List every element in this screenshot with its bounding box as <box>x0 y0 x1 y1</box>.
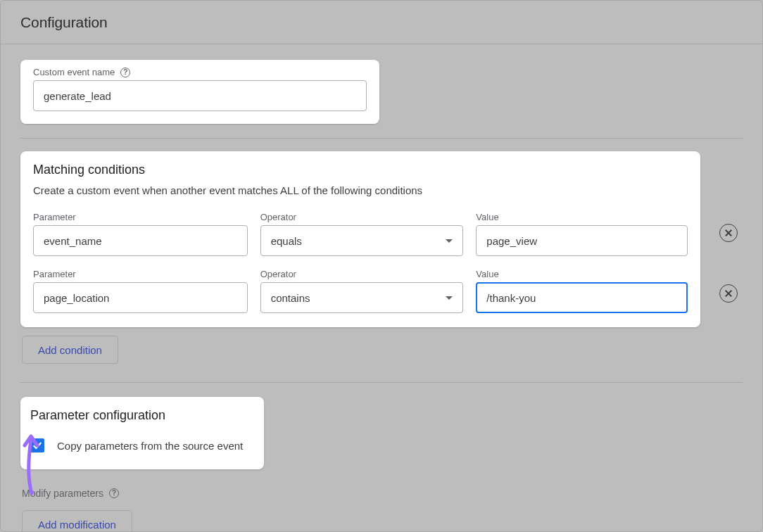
copy-parameters-label: Copy parameters from the source event <box>57 440 243 452</box>
custom-event-card: Custom event name ? <box>20 60 379 124</box>
custom-event-label: Custom event name <box>33 67 115 77</box>
help-icon[interactable]: ? <box>120 68 130 77</box>
copy-parameters-checkbox[interactable] <box>30 438 44 452</box>
add-modification-button[interactable]: Add modification <box>22 510 132 532</box>
remove-condition-button[interactable] <box>719 224 738 242</box>
divider <box>20 138 743 139</box>
chevron-down-icon <box>446 296 453 300</box>
add-condition-button[interactable]: Add condition <box>22 336 118 364</box>
operator-label: Operator <box>260 212 464 222</box>
matching-conditions-desc: Create a custom event when another event… <box>33 184 688 196</box>
value-input[interactable] <box>476 225 688 256</box>
help-icon[interactable]: ? <box>109 488 119 498</box>
divider <box>20 382 743 383</box>
parameter-configuration-card: Parameter configuration Copy parameters … <box>20 397 264 469</box>
parameter-input[interactable] <box>33 225 248 256</box>
remove-condition-button[interactable] <box>719 284 738 303</box>
operator-label: Operator <box>260 269 464 279</box>
matching-conditions-card: Matching conditions Create a custom even… <box>20 151 700 327</box>
parameter-input[interactable] <box>33 282 248 313</box>
operator-value: contains <box>271 292 310 304</box>
page-title: Configuration <box>20 14 108 31</box>
operator-value: equals <box>271 235 302 247</box>
condition-row: Parameter Operator equals Valu <box>33 212 688 256</box>
condition-row: Parameter Operator contains Va <box>33 269 688 313</box>
parameter-label: Parameter <box>33 212 248 222</box>
operator-select[interactable]: contains <box>260 282 464 313</box>
parameter-configuration-title: Parameter configuration <box>30 408 254 423</box>
matching-conditions-title: Matching conditions <box>33 163 688 177</box>
chevron-down-icon <box>446 239 453 243</box>
operator-select[interactable]: equals <box>260 225 464 256</box>
modify-parameters-label: Modify parameters <box>22 488 103 499</box>
value-input[interactable] <box>476 282 688 313</box>
value-label: Value <box>476 269 688 279</box>
custom-event-input[interactable] <box>33 80 367 111</box>
parameter-label: Parameter <box>33 269 248 279</box>
value-label: Value <box>476 212 688 222</box>
